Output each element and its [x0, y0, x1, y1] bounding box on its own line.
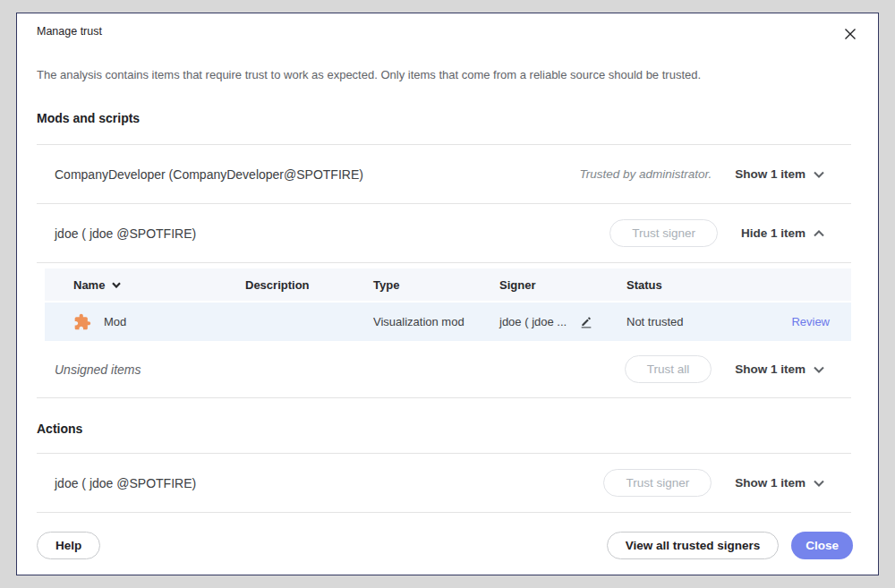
hide-items-toggle[interactable]: Hide 1 item [741, 226, 824, 240]
show-items-toggle[interactable]: Show 1 item [735, 476, 824, 490]
edit-pencil-icon [579, 315, 593, 329]
dialog-content: The analysis contains items that require… [17, 44, 878, 516]
help-button[interactable]: Help [37, 532, 100, 559]
column-header-signer: Signer [499, 278, 626, 292]
row-controls: Trust all Show 1 item [625, 355, 824, 383]
toggle-label: Show 1 item [735, 476, 806, 490]
dialog-title: Manage trust [37, 24, 102, 38]
chevron-up-icon [814, 230, 824, 237]
mod-puzzle-icon [73, 313, 91, 331]
section-title-mods: Mods and scripts [37, 111, 851, 125]
review-link[interactable]: Review [791, 315, 830, 328]
signer-name: jdoe ( jdoe @SPOTFIRE) [37, 476, 196, 490]
close-button[interactable] [840, 24, 860, 44]
edit-signer-button[interactable] [575, 311, 597, 333]
close-icon [844, 28, 857, 40]
item-name: Mod [104, 315, 126, 328]
trust-signer-button[interactable]: Trust signer [609, 219, 718, 247]
column-header-status: Status [626, 278, 762, 292]
intro-text: The analysis contains items that require… [37, 67, 851, 82]
item-type: Visualization mod [373, 315, 499, 328]
unsigned-items-label: Unsigned items [37, 362, 141, 377]
close-dialog-button[interactable]: Close [791, 532, 853, 559]
toggle-label: Show 1 item [735, 167, 806, 181]
signer-row-jdoe: jdoe ( jdoe @SPOTFIRE) Trust signer Hide… [37, 204, 851, 263]
column-header-type: Type [373, 278, 499, 292]
trusted-items-table: Name Description Type Signer Status [45, 268, 851, 341]
item-signer: jdoe ( jdoe ... [499, 315, 567, 328]
item-status: Not trusted [626, 315, 762, 328]
toggle-label: Show 1 item [735, 362, 806, 376]
signer-name: CompanyDeveloper (CompanyDeveloper@SPOTF… [37, 167, 363, 182]
trust-signer-button[interactable]: Trust signer [603, 469, 712, 497]
section-title-actions: Actions [37, 422, 851, 436]
toggle-label: Hide 1 item [741, 226, 806, 240]
trust-all-button[interactable]: Trust all [625, 355, 712, 383]
column-header-description: Description [245, 278, 373, 292]
table-header-row: Name Description Type Signer Status [45, 268, 851, 301]
show-items-toggle[interactable]: Show 1 item [735, 167, 824, 181]
app-backdrop: Manage trust The analysis contains items… [0, 0, 895, 588]
signer-row-unsigned: Unsigned items Trust all Show 1 item [37, 341, 851, 398]
sort-chevron-icon [112, 282, 121, 288]
view-all-trusted-signers-button[interactable]: View all trusted signers [607, 532, 780, 559]
chevron-down-icon [814, 480, 824, 487]
manage-trust-dialog: Manage trust The analysis contains items… [16, 13, 879, 575]
show-items-toggle[interactable]: Show 1 item [735, 362, 824, 376]
table-row-mod: Mod Visualization mod jdoe ( jdoe ... No… [45, 303, 851, 341]
signer-row-companydeveloper: CompanyDeveloper (CompanyDeveloper@SPOTF… [37, 145, 851, 204]
chevron-down-icon [814, 171, 824, 178]
dialog-header: Manage trust [17, 13, 878, 44]
dialog-footer: Help View all trusted signers Close [17, 516, 878, 575]
row-controls: Trust signer Hide 1 item [609, 219, 824, 247]
sort-by-name-button[interactable]: Name [73, 278, 121, 292]
signer-row-jdoe-actions: jdoe ( jdoe @SPOTFIRE) Trust signer Show… [37, 454, 851, 513]
trusted-by-admin-note: Trusted by administrator. [579, 167, 712, 181]
chevron-down-icon [814, 366, 824, 373]
row-controls: Trust signer Show 1 item [603, 469, 824, 497]
signer-name: jdoe ( jdoe @SPOTFIRE) [37, 226, 196, 241]
footer-actions: View all trusted signers Close [607, 532, 853, 559]
row-controls: Trusted by administrator. Show 1 item [579, 167, 824, 181]
column-header-name: Name [73, 278, 105, 292]
